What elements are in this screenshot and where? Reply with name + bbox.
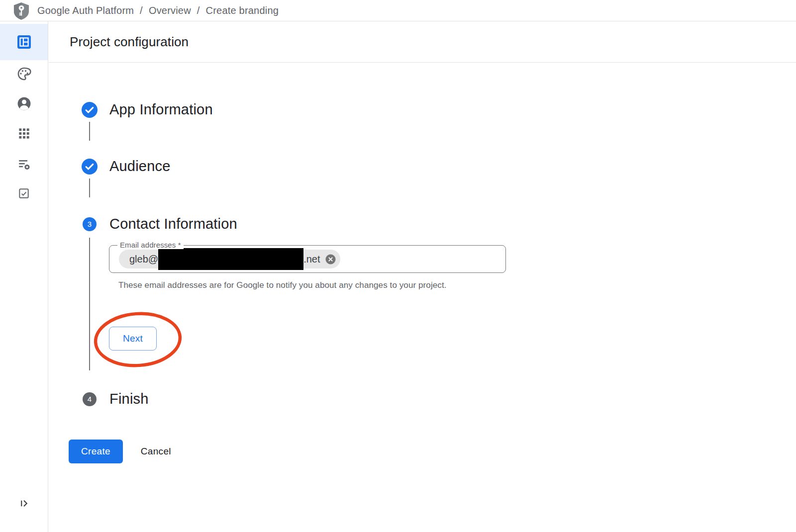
redacted-text bbox=[158, 248, 303, 270]
top-bar: Google Auth Platform / Overview / Create… bbox=[0, 0, 796, 21]
step-connector bbox=[89, 238, 90, 370]
footer-actions: Create Cancel bbox=[69, 440, 171, 463]
checkbox-icon bbox=[17, 187, 30, 200]
chip-remove-icon[interactable] bbox=[325, 254, 336, 265]
cancel-button[interactable]: Cancel bbox=[141, 446, 171, 457]
account-circle-icon bbox=[16, 96, 32, 111]
sidebar-item-account[interactable] bbox=[0, 93, 48, 113]
stepper: App Information Audience 3 Contact Infor… bbox=[49, 63, 796, 532]
apps-grid-icon bbox=[17, 127, 31, 140]
sidebar-item-palette[interactable] bbox=[0, 64, 48, 84]
email-field-label: Email addresses * bbox=[117, 241, 184, 249]
breadcrumb-separator: / bbox=[197, 5, 200, 16]
sidebar-item-verification[interactable] bbox=[0, 183, 48, 203]
email-helper-text: These email addresses are for Google to … bbox=[118, 278, 462, 292]
palette-icon bbox=[16, 66, 32, 82]
sidebar-item-clients[interactable] bbox=[0, 123, 48, 143]
step-label: Contact Information bbox=[109, 216, 237, 232]
expand-panel-icon bbox=[18, 498, 30, 509]
breadcrumb-separator: / bbox=[140, 5, 143, 16]
breadcrumb: Google Auth Platform / Overview / Create… bbox=[37, 5, 279, 16]
main-content: Project configuration App Information Au… bbox=[49, 21, 796, 532]
step-number-badge: 4 bbox=[83, 392, 97, 406]
page-title: Project configuration bbox=[70, 34, 189, 50]
step-complete-icon bbox=[82, 102, 98, 118]
step-finish: 4 Finish bbox=[82, 391, 149, 407]
breadcrumb-google-auth-platform[interactable]: Google Auth Platform bbox=[37, 5, 134, 16]
email-chip-suffix: .net bbox=[303, 254, 320, 265]
email-chip-prefix: gleb@ bbox=[129, 254, 158, 265]
dashboard-icon bbox=[17, 35, 31, 49]
google-auth-platform-icon bbox=[12, 1, 31, 21]
step-label: Audience bbox=[109, 158, 171, 175]
step-audience: Audience bbox=[82, 158, 171, 175]
breadcrumb-create-branding: Create branding bbox=[206, 5, 279, 16]
email-addresses-field[interactable]: Email addresses * gleb@ .net bbox=[109, 245, 506, 273]
step-app-information: App Information bbox=[82, 101, 213, 118]
expand-panel-toggle[interactable] bbox=[0, 493, 48, 513]
sidebar-item-branding-selected[interactable] bbox=[0, 24, 48, 60]
step-label: Finish bbox=[109, 391, 149, 407]
step-label: App Information bbox=[109, 101, 213, 118]
list-settings-icon bbox=[16, 157, 32, 172]
next-button[interactable]: Next bbox=[109, 327, 157, 351]
step-complete-icon bbox=[82, 159, 98, 175]
sidebar bbox=[0, 21, 48, 532]
email-chip: gleb@ .net bbox=[119, 250, 340, 268]
step-contact-information: 3 Contact Information bbox=[82, 216, 237, 232]
sidebar-item-data-access[interactable] bbox=[0, 154, 48, 174]
step-number-badge: 3 bbox=[83, 217, 97, 231]
step-connector bbox=[89, 122, 90, 141]
step-connector bbox=[89, 178, 90, 197]
create-button[interactable]: Create bbox=[69, 440, 123, 463]
content-header: Project configuration bbox=[49, 21, 796, 63]
breadcrumb-overview[interactable]: Overview bbox=[149, 5, 191, 16]
